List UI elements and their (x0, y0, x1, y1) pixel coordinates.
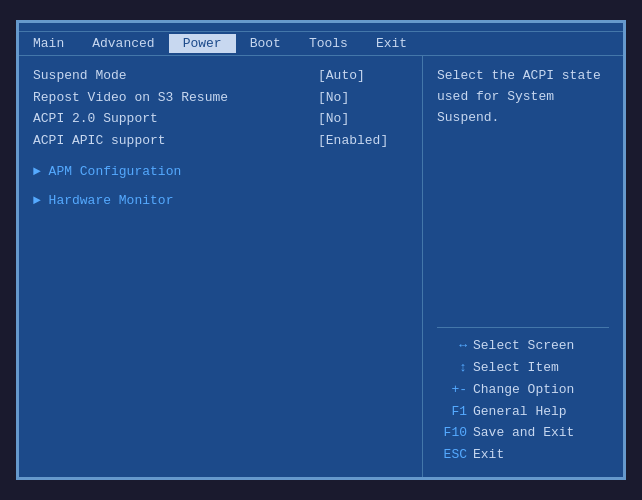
title-bar (19, 23, 623, 32)
key-name: +- (437, 380, 467, 401)
key-hint-row: +-Change Option (437, 380, 609, 401)
content-area: Suspend Mode[Auto]Repost Video on S3 Res… (19, 56, 623, 477)
submenu-item[interactable]: APM Configuration (33, 164, 408, 179)
key-hint-row: F10Save and Exit (437, 423, 609, 444)
key-desc: Select Item (473, 358, 559, 379)
menu-item-advanced[interactable]: Advanced (78, 34, 168, 53)
key-name: F1 (437, 402, 467, 423)
submenu-item[interactable]: Hardware Monitor (33, 193, 408, 208)
setting-row: ACPI 2.0 Support[No] (33, 109, 408, 129)
setting-label: ACPI APIC support (33, 131, 166, 151)
key-desc: Select Screen (473, 336, 574, 357)
right-panel: Select the ACPI state used for System Su… (423, 56, 623, 477)
key-name: F10 (437, 423, 467, 444)
menu-item-exit[interactable]: Exit (362, 34, 421, 53)
setting-value: [No] (318, 109, 408, 129)
key-hint-row: F1General Help (437, 402, 609, 423)
setting-row: Suspend Mode[Auto] (33, 66, 408, 86)
menu-item-tools[interactable]: Tools (295, 34, 362, 53)
key-desc: Save and Exit (473, 423, 574, 444)
setting-value: [Enabled] (318, 131, 408, 151)
left-panel: Suspend Mode[Auto]Repost Video on S3 Res… (19, 56, 423, 477)
setting-row: Repost Video on S3 Resume[No] (33, 88, 408, 108)
menu-item-main[interactable]: Main (19, 34, 78, 53)
bios-screen: MainAdvancedPowerBootToolsExit Suspend M… (16, 20, 626, 480)
key-desc: Change Option (473, 380, 574, 401)
key-hints: ↔Select Screen↕Select Item+-Change Optio… (437, 319, 609, 467)
menu-item-boot[interactable]: Boot (236, 34, 295, 53)
setting-value: [No] (318, 88, 408, 108)
setting-label: Suspend Mode (33, 66, 127, 86)
help-text: Select the ACPI state used for System Su… (437, 66, 609, 319)
setting-value: [Auto] (318, 66, 408, 86)
key-desc: General Help (473, 402, 567, 423)
setting-label: ACPI 2.0 Support (33, 109, 158, 129)
setting-label: Repost Video on S3 Resume (33, 88, 228, 108)
key-hint-row: ESCExit (437, 445, 609, 466)
menu-item-power[interactable]: Power (169, 34, 236, 53)
setting-row: ACPI APIC support[Enabled] (33, 131, 408, 151)
key-name: ↕ (437, 358, 467, 379)
key-hint-row: ↕Select Item (437, 358, 609, 379)
key-name: ESC (437, 445, 467, 466)
menu-bar: MainAdvancedPowerBootToolsExit (19, 32, 623, 56)
key-hint-row: ↔Select Screen (437, 336, 609, 357)
key-desc: Exit (473, 445, 504, 466)
key-name: ↔ (437, 336, 467, 357)
